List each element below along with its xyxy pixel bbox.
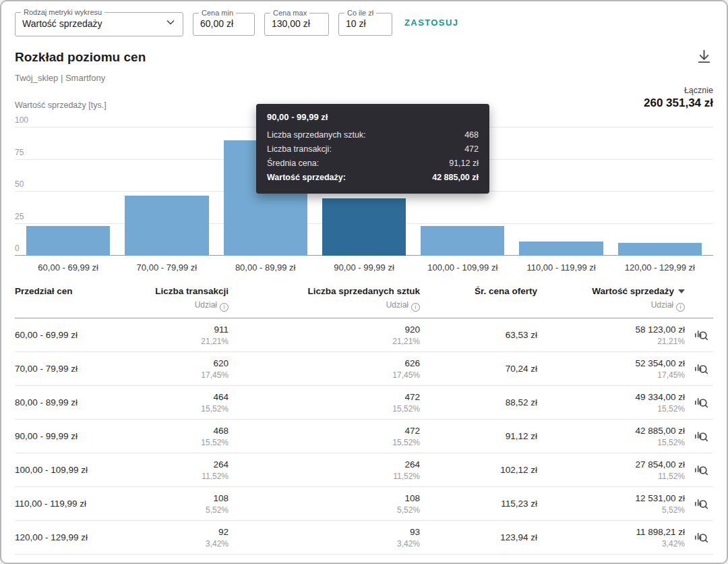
analyze-button[interactable] [692,325,710,345]
units-sold-cell: 933,42% [229,527,420,548]
avg-price-cell: 123,94 zł [420,532,537,542]
apply-button[interactable]: ZASTOSUJ [404,18,458,28]
analyze-button[interactable] [692,426,710,447]
table-row: 100,00 - 109,99 zł26411,52%26411,52%102,… [15,453,713,487]
price-min-label: Cena min [199,9,236,17]
analyze-button[interactable] [692,393,710,413]
units-sold-cell: 92021,21% [229,325,420,346]
price-range-cell: 70,00 - 79,99 zł [15,364,129,374]
bar-chart-magnifier-icon [693,334,708,344]
x-tick-label: 70,00 - 79,99 zł [117,262,216,273]
units-sold-cell: 62617,45% [229,358,420,380]
bar-chart-magnifier-icon [693,469,708,479]
column-header-price-range[interactable]: Przedział cen [15,286,129,296]
bar[interactable] [519,242,603,256]
x-tick-label: 90,00 - 99,99 zł [315,262,413,273]
tooltip-row: Liczba sprzedanych sztuk:468 [267,128,479,142]
sort-desc-icon[interactable] [678,289,685,293]
bar-chart-magnifier-icon [693,435,708,445]
total-block: Łącznie 260 351,34 zł [644,86,713,110]
analyze-button[interactable] [692,460,710,480]
avg-price-cell: 115,23 zł [420,499,537,509]
price-max-field: Cena max [264,9,329,36]
column-header-transactions[interactable]: Liczba transakcji Udziałi [129,286,229,312]
price-step-input[interactable] [346,18,385,29]
price-range-cell: 60,00 - 69,99 zł [15,330,129,340]
total-value: 260 351,34 zł [644,96,713,110]
total-label: Łącznie [644,86,713,95]
chart-x-axis-labels: 60,00 - 69,99 zł70,00 - 79,99 zł80,00 - … [15,262,713,273]
avg-price-cell: 63,53 zł [420,330,537,340]
price-range-cell: 90,00 - 99,99 zł [15,431,129,441]
sales-value-cell: 11 898,21 zł3,42% [537,527,685,548]
metric-select-value: Wartość sprzedaży [22,18,102,29]
x-tick-label: 80,00 - 89,99 zł [216,262,315,273]
transactions-cell: 1085,52% [129,493,229,515]
tooltip-title: 90,00 - 99,99 zł [267,112,479,122]
y-tick-label: 100 [15,115,28,125]
title-row: Rozkład poziomu cen [1,39,727,67]
units-sold-cell: 47215,52% [229,392,420,414]
transactions-cell: 923,42% [129,527,229,548]
bar-column [512,128,610,256]
bar[interactable] [618,243,702,256]
tooltip-row-value: 472 [464,142,479,157]
x-tick-label: 110,00 - 119,99 zł [512,262,610,273]
transactions-cell: 46415,52% [129,392,229,414]
table-row: 80,00 - 89,99 zł46415,52%47215,52%88,52 … [15,386,713,420]
transactions-cell: 91121,21% [129,325,229,346]
analytics-page: Rodzaj metryki wykresu Wartość sprzedaży… [0,0,728,564]
units-sold-cell: 1085,52% [229,493,420,515]
avg-price-cell: 91,12 zł [420,431,537,441]
x-tick-label: 120,00 - 129,99 zł [611,262,709,273]
info-icon[interactable]: i [676,303,685,312]
price-max-input[interactable] [272,18,322,29]
x-tick-label: 60,00 - 69,99 zł [19,262,117,273]
chart-tooltip: 90,00 - 99,99 zł Liczba sprzedanych sztu… [256,104,489,194]
transactions-cell: 26411,52% [129,459,229,481]
chevron-down-icon [165,17,176,30]
analyze-button[interactable] [692,494,710,514]
tooltip-row: Wartość sprzedaży:42 885,00 zł [267,171,479,185]
chart-y-axis-label: Wartość sprzedaży [tys.] [15,101,107,110]
transactions-cell: 46815,52% [129,426,229,447]
avg-price-cell: 70,24 zł [420,364,537,374]
avg-price-cell: 102,12 zł [420,465,537,475]
bar[interactable] [125,196,208,256]
info-icon[interactable]: i [411,303,420,312]
breadcrumb: Twój_sklep | Smartfony [1,67,727,83]
bar-column [19,128,117,256]
sales-value-cell: 58 123,00 zł21,21% [537,325,685,346]
sales-value-cell: 49 334,00 zł15,52% [537,392,685,414]
table-row: 60,00 - 69,99 zł91121,21%92021,21%63,53 … [15,318,713,352]
x-tick-label: 100,00 - 109,99 zł [413,262,512,273]
sales-value-cell: 27 854,00 zł11,52% [537,459,685,481]
metric-select[interactable]: Rodzaj metryki wykresu Wartość sprzedaży [15,8,183,36]
download-button[interactable] [695,47,713,67]
bar-chart-magnifier-icon [693,536,708,546]
tooltip-row-value: 42 885,00 zł [432,171,479,185]
tooltip-row-label: Liczba transakcji: [267,142,332,157]
table-row: 70,00 - 79,99 zł62017,45%62617,45%70,24 … [15,352,713,386]
price-step-field: Co ile zł [338,9,392,36]
column-header-units-sold[interactable]: Liczba sprzedanych sztuk Udziałi [229,286,420,312]
bar[interactable] [322,198,406,256]
tooltip-row-value: 468 [464,128,479,142]
tooltip-row-label: Liczba sprzedanych sztuk: [267,128,366,142]
table-body: 60,00 - 69,99 zł91121,21%92021,21%63,53 … [15,318,713,555]
analyze-button[interactable] [692,359,710,379]
price-min-input[interactable] [200,18,247,29]
price-range-cell: 110,00 - 119,99 zł [15,499,129,509]
bar[interactable] [26,226,110,256]
filter-bar: Rodzaj metryki wykresu Wartość sprzedaży… [1,1,727,39]
tooltip-row-label: Wartość sprzedaży: [267,171,346,185]
column-header-sales-value[interactable]: Wartość sprzedaży Udziałi [537,286,685,312]
column-header-avg-price[interactable]: Śr. cena oferty [420,286,537,296]
analyze-button[interactable] [692,528,710,548]
table-header: Przedział cen Liczba transakcji Udziałi … [15,286,713,318]
bar-column [117,128,216,256]
info-icon[interactable]: i [220,303,229,312]
table-row: 120,00 - 129,99 zł923,42%933,42%123,94 z… [15,521,713,555]
bar[interactable] [421,226,504,256]
price-max-label: Cena max [270,9,309,17]
